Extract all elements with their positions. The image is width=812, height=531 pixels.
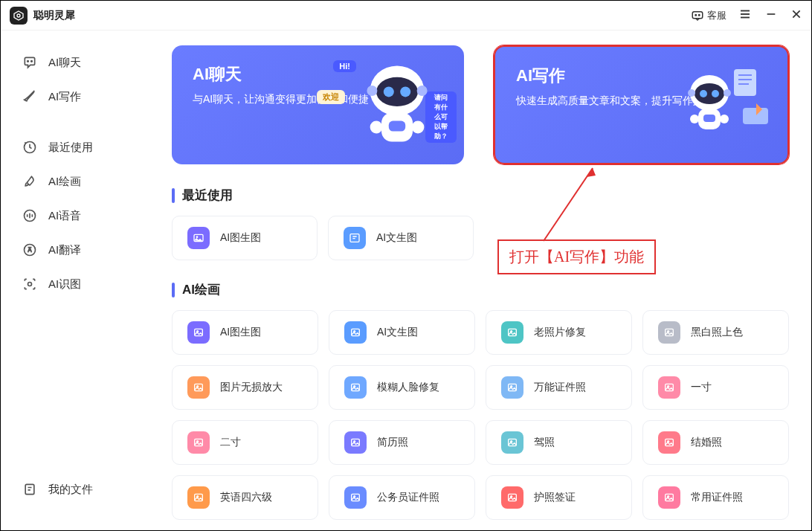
tile-label: 模糊人脸修复	[377, 381, 439, 394]
sidebar-item-label: 我的文件	[48, 483, 93, 497]
tile-paint-13[interactable]: 公务员证件照	[329, 475, 475, 520]
tile-label: AI文生图	[377, 326, 418, 339]
svg-rect-28	[734, 69, 756, 96]
tile-label: AI文生图	[376, 231, 417, 245]
tile-icon	[658, 321, 680, 344]
section-header-recent: 最近使用	[172, 187, 789, 204]
tile-paint-8[interactable]: 二寸	[172, 420, 318, 465]
tile-paint-0[interactable]: AI图生图	[172, 310, 318, 355]
sidebar-item-ai-paint[interactable]: AI绘画	[14, 164, 144, 199]
tile-label: 简历照	[377, 436, 408, 449]
tile-paint-12[interactable]: 英语四六级	[172, 475, 318, 520]
sidebar-item-ai-chat[interactable]: AI聊天	[14, 45, 144, 80]
minimize-button[interactable]	[765, 8, 777, 23]
svg-rect-48	[195, 329, 203, 335]
tile-icon	[501, 376, 523, 399]
svg-point-12	[31, 61, 33, 62]
titlebar-left: 聪明灵犀	[10, 7, 75, 25]
tile-label: 老照片修复	[534, 326, 586, 339]
svg-point-3	[695, 14, 697, 16]
sidebar-item-recent[interactable]: 最近使用	[14, 130, 144, 164]
tile-paint-9[interactable]: 简历照	[329, 420, 475, 465]
robot-illustration-icon	[345, 54, 449, 158]
svg-rect-54	[666, 329, 674, 335]
tile-label: 公务员证件照	[377, 491, 439, 504]
section-bar-icon	[172, 283, 175, 297]
sidebar-item-ai-translate[interactable]: AI翻译	[14, 233, 144, 267]
svg-rect-76	[509, 494, 517, 501]
tile-label: 结婚照	[691, 436, 722, 449]
svg-rect-60	[509, 384, 517, 390]
svg-point-21	[400, 86, 410, 97]
content-area: AI聊天 与AI聊天，让沟通变得更加简单和便捷 Hi! 欢迎 请问有什么可以帮助…	[157, 30, 811, 530]
svg-rect-78	[666, 494, 674, 501]
menu-button[interactable]	[738, 7, 752, 24]
tile-paint-14[interactable]: 护照签证	[486, 475, 632, 520]
customer-service-label: 客服	[707, 9, 726, 22]
tile-icon	[501, 486, 523, 509]
tile-icon	[344, 486, 367, 509]
svg-rect-64	[195, 439, 203, 445]
tile-label: 英语四六级	[220, 491, 272, 504]
tile-icon	[187, 431, 210, 454]
svg-rect-62	[666, 384, 674, 390]
hero-row: AI聊天 与AI聊天，让沟通变得更加简单和便捷 Hi! 欢迎 请问有什么可以帮助…	[172, 45, 789, 164]
brush-icon	[22, 173, 38, 190]
app-logo-icon	[10, 7, 28, 25]
tile-paint-1[interactable]: AI文生图	[329, 310, 475, 355]
svg-rect-50	[352, 329, 360, 335]
hero-card-ai-chat[interactable]: AI聊天 与AI聊天，让沟通变得更加简单和便捷 Hi! 欢迎 请问有什么可以帮助…	[172, 45, 464, 164]
tile-icon	[501, 321, 523, 344]
pen-icon	[22, 88, 38, 105]
tile-paint-6[interactable]: 万能证件照	[486, 365, 632, 410]
tile-paint-10[interactable]: 驾照	[486, 420, 632, 465]
sidebar-item-ai-scan[interactable]: AI识图	[14, 267, 144, 301]
svg-point-41	[690, 115, 699, 123]
tile-ai-txt2img[interactable]: AI文生图	[328, 216, 474, 260]
svg-point-35	[700, 90, 707, 97]
svg-marker-0	[14, 11, 23, 20]
svg-point-16	[28, 283, 32, 286]
svg-point-44	[196, 236, 199, 238]
tile-paint-7[interactable]: 一寸	[642, 365, 789, 410]
image-icon	[187, 227, 210, 249]
tile-ai-img2img[interactable]: AI图生图	[172, 216, 318, 260]
svg-rect-58	[352, 384, 360, 390]
svg-point-4	[699, 14, 700, 16]
tile-icon	[658, 431, 680, 454]
robot-writing-illustration-icon	[668, 56, 773, 160]
section-bar-icon	[172, 188, 175, 203]
tile-paint-11[interactable]: 结婚照	[642, 420, 789, 465]
tile-label: 二寸	[220, 436, 241, 449]
close-button[interactable]	[790, 8, 802, 23]
sidebar-item-ai-voice[interactable]: AI语音	[14, 199, 144, 233]
svg-rect-74	[352, 494, 360, 501]
svg-point-38	[724, 89, 731, 97]
tile-label: 护照签证	[534, 491, 576, 504]
svg-rect-32	[743, 108, 768, 124]
main-layout: AI聊天 AI写作 最近使用 AI绘画 AI语音 AI翻译	[1, 30, 811, 530]
sidebar-item-ai-write[interactable]: AI写作	[14, 80, 144, 114]
sidebar-item-label: AI语音	[48, 209, 81, 223]
tile-paint-15[interactable]: 常用证件照	[642, 475, 789, 520]
tile-paint-2[interactable]: 老照片修复	[486, 310, 632, 355]
tile-icon	[187, 321, 210, 344]
speech-bubble-welcome: 欢迎	[317, 90, 345, 104]
sidebar-item-label: 最近使用	[48, 141, 93, 155]
tile-label: 驾照	[534, 436, 555, 449]
file-icon	[22, 481, 38, 498]
svg-rect-68	[509, 439, 517, 445]
tile-icon	[344, 431, 367, 454]
sidebar-item-label: AI写作	[48, 90, 81, 104]
tile-icon	[658, 376, 680, 399]
sidebar-item-label: AI识图	[48, 277, 81, 292]
tile-paint-4[interactable]: 图片无损放大	[172, 365, 318, 410]
titlebar: 聪明灵犀 客服	[1, 1, 811, 30]
tile-paint-3[interactable]: 黑白照上色	[642, 310, 789, 355]
tile-paint-5[interactable]: 模糊人脸修复	[329, 365, 475, 410]
svg-rect-25	[389, 121, 405, 132]
hero-card-ai-write[interactable]: AI写作 快速生成高质量文章和文案，提升写作效率	[494, 45, 789, 164]
sidebar-item-my-files[interactable]: 我的文件	[14, 472, 144, 506]
annotation-arrow-icon	[536, 164, 603, 245]
customer-service-button[interactable]: 客服	[691, 9, 726, 22]
